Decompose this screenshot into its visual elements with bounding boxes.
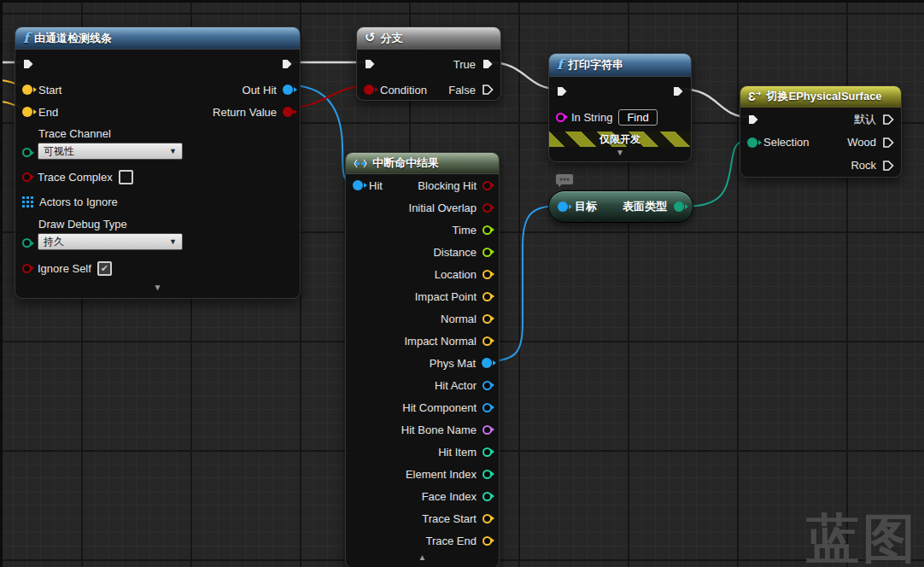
wood-exec-pin[interactable] bbox=[882, 137, 894, 149]
in-string-pin[interactable] bbox=[556, 113, 565, 122]
exec-in-pin[interactable] bbox=[22, 58, 34, 70]
true-exec-pin[interactable] bbox=[482, 58, 494, 70]
node-break-hit-result[interactable]: 中断命中结果 Hit Blocking Hit Initial Overlap … bbox=[345, 152, 500, 567]
break-struct-icon bbox=[354, 159, 367, 168]
chevron-down-icon: ▼ bbox=[169, 237, 177, 246]
draw-debug-type-pin[interactable] bbox=[22, 238, 32, 248]
trace-start-pin[interactable] bbox=[482, 514, 492, 523]
distance-pin[interactable] bbox=[482, 248, 492, 257]
exec-in-pin[interactable] bbox=[556, 85, 568, 97]
output-label: Location bbox=[435, 268, 477, 281]
ignore-self-pin[interactable] bbox=[22, 264, 32, 273]
hit-label: Hit bbox=[369, 179, 383, 192]
condition-label: Condition bbox=[380, 84, 427, 96]
time-pin[interactable] bbox=[482, 225, 492, 235]
location-pin[interactable] bbox=[482, 270, 492, 279]
exec-out-pin[interactable] bbox=[672, 85, 684, 97]
collapse-arrow-icon[interactable]: ▼ bbox=[549, 147, 691, 161]
in-string-input[interactable]: Find bbox=[618, 109, 657, 126]
target-pin[interactable] bbox=[558, 202, 568, 212]
exec-out-pin[interactable] bbox=[281, 58, 293, 70]
output-label: Distance bbox=[433, 246, 477, 259]
comment-bubble-icon[interactable] bbox=[555, 173, 574, 191]
return-value-pin[interactable] bbox=[283, 107, 293, 117]
start-pin[interactable] bbox=[22, 85, 32, 95]
condition-pin[interactable] bbox=[364, 85, 374, 95]
target-label: 目标 bbox=[575, 199, 597, 214]
initial-overlap-pin[interactable] bbox=[482, 203, 492, 213]
output-label: Impact Point bbox=[415, 290, 477, 303]
true-label: True bbox=[453, 58, 476, 71]
surface-type-pin[interactable] bbox=[674, 202, 684, 212]
output-label: Time bbox=[453, 224, 477, 237]
actors-to-ignore-label: Actors to Ignore bbox=[39, 196, 118, 208]
selection-pin[interactable] bbox=[747, 137, 757, 148]
output-label: Normal bbox=[441, 313, 477, 325]
selection-label: Selection bbox=[763, 136, 809, 149]
trace-channel-label: Trace Channel bbox=[38, 127, 183, 140]
return-value-label: Return Value bbox=[213, 106, 277, 119]
blueprint-graph-canvas[interactable]: f 由通道检测线条 Start Out Hit End Return Value… bbox=[0, 0, 924, 567]
blocking-hit-pin[interactable] bbox=[482, 181, 492, 190]
face-index-pin[interactable] bbox=[482, 492, 492, 501]
trace-complex-checkbox[interactable] bbox=[119, 170, 133, 184]
exec-in-pin[interactable] bbox=[364, 58, 376, 70]
rock-exec-pin[interactable] bbox=[882, 160, 894, 172]
array-icon[interactable] bbox=[22, 196, 33, 208]
trace-channel-dropdown[interactable]: 可视性 ▼ bbox=[38, 143, 183, 160]
trace-complex-label: Trace Complex bbox=[38, 171, 113, 184]
collapse-arrow-icon[interactable]: ▼ bbox=[15, 282, 300, 295]
phys-mat-pin[interactable] bbox=[482, 358, 492, 368]
node-header[interactable]: f 由通道检测线条 bbox=[15, 27, 300, 50]
node-switch-ephysicalsurface[interactable]: Ɛ➜ 切换EPhysicalSurface 默认 Selection Wood … bbox=[740, 85, 902, 178]
normal-pin[interactable] bbox=[482, 314, 492, 324]
hit-item-pin[interactable] bbox=[482, 447, 492, 457]
node-title: 分支 bbox=[381, 31, 403, 46]
output-label: Trace Start bbox=[422, 512, 477, 525]
function-icon: f bbox=[557, 58, 563, 72]
watermark-text: 蓝图 bbox=[806, 512, 919, 565]
output-label: Hit Bone Name bbox=[401, 424, 477, 436]
hit-actor-pin[interactable] bbox=[482, 381, 492, 390]
node-header[interactable]: ↺ 分支 bbox=[357, 27, 500, 50]
exec-in-pin[interactable] bbox=[747, 114, 759, 126]
wood-label: Wood bbox=[847, 136, 876, 149]
node-print-string[interactable]: f 打印字符串 In String Find 仅限开发 ▼ bbox=[548, 53, 692, 162]
node-get-surface-type[interactable]: 目标 表面类型 bbox=[548, 190, 693, 223]
impact-normal-pin[interactable] bbox=[482, 336, 492, 346]
element-index-pin[interactable] bbox=[482, 470, 492, 479]
node-title: 由通道检测线条 bbox=[34, 31, 112, 46]
end-pin[interactable] bbox=[22, 107, 32, 117]
hit-pin[interactable] bbox=[353, 180, 363, 190]
draw-debug-type-dropdown[interactable]: 持久 ▼ bbox=[38, 233, 183, 250]
false-exec-pin[interactable] bbox=[482, 84, 494, 96]
collapse-arrow-icon[interactable]: ▲ bbox=[346, 552, 499, 565]
node-header[interactable]: Ɛ➜ 切换EPhysicalSurface bbox=[740, 86, 901, 108]
node-line-trace-by-channel[interactable]: f 由通道检测线条 Start Out Hit End Return Value… bbox=[15, 26, 301, 299]
default-exec-pin[interactable] bbox=[882, 114, 894, 126]
in-string-label: In String bbox=[571, 111, 612, 124]
false-label: False bbox=[448, 84, 476, 96]
node-branch[interactable]: ↺ 分支 True Condition False bbox=[356, 26, 501, 101]
out-hit-pin[interactable] bbox=[283, 85, 293, 95]
output-label: Initial Overlap bbox=[409, 202, 477, 214]
output-label: Trace End bbox=[426, 535, 477, 547]
trace-channel-pin[interactable] bbox=[22, 148, 32, 157]
end-label: End bbox=[38, 106, 58, 119]
node-header[interactable]: 中断命中结果 bbox=[346, 153, 499, 174]
hit-component-pin[interactable] bbox=[482, 403, 492, 412]
rock-label: Rock bbox=[851, 159, 876, 172]
node-header[interactable]: f 打印字符串 bbox=[549, 54, 691, 77]
surface-type-label: 表面类型 bbox=[623, 199, 667, 214]
development-only-banner: 仅限开发 bbox=[549, 132, 691, 147]
ignore-self-checkbox[interactable]: ✔ bbox=[97, 261, 112, 276]
output-label: Hit Actor bbox=[435, 379, 477, 392]
trace-channel-value: 可视性 bbox=[44, 144, 74, 159]
hit-bone-name-pin[interactable] bbox=[482, 425, 492, 435]
draw-debug-type-label: Draw Debug Type bbox=[38, 218, 183, 231]
trace-end-pin[interactable] bbox=[482, 536, 492, 546]
panel-edge-left bbox=[0, 0, 3, 567]
trace-complex-pin[interactable] bbox=[22, 172, 32, 182]
node-title: 打印字符串 bbox=[568, 57, 623, 73]
impact-point-pin[interactable] bbox=[482, 292, 492, 301]
